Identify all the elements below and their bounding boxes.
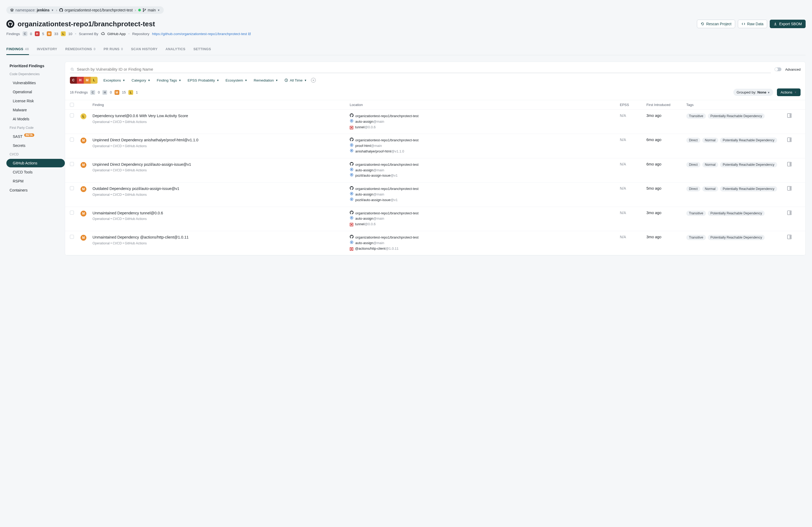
package-box-icon [350,126,353,129]
tab-settings[interactable]: SETTINGS [193,44,211,55]
tab-findings[interactable]: FINDINGS48 [6,44,29,55]
details-panel-icon[interactable] [787,211,792,215]
severity-indicator: M [81,186,86,192]
tab-scan-history[interactable]: SCAN HISTORY [131,44,158,55]
svg-point-10 [351,150,352,151]
sidebar-item-vulnerabilities[interactable]: Vulnerabilities [6,79,65,87]
table-row[interactable]: M Unpinned Direct Dependency anishathaly… [65,134,806,158]
grouped-by-selector[interactable]: Grouped by: None ▼ [733,89,773,96]
details-panel-icon[interactable] [787,114,792,118]
details-panel-icon[interactable] [787,162,792,166]
clear-filters-button[interactable]: ✕ [311,78,316,82]
sidebar-item-containers[interactable]: Containers [6,186,65,194]
epss-value: N/A [620,186,647,191]
row-checkbox[interactable] [70,114,74,117]
location-cell: organizationtest-repo1/branchprotect-tes… [350,186,620,203]
branch-icon [143,8,146,12]
filter-epss[interactable]: EPSS Probability▼ [186,77,221,84]
sidebar-item-ai-models[interactable]: AI Models [6,115,65,123]
svg-point-20 [351,217,352,219]
sidebar-item-github-actions[interactable]: GitHub Actions [6,159,65,167]
severity-chip-critical[interactable]: C [70,77,77,84]
meta-row: Findings C0 H5 M33 L10 • Scanned By GitH… [6,31,806,36]
status-badge-high: H [102,90,107,95]
details-panel-icon[interactable] [787,138,792,142]
details-panel-icon[interactable] [787,186,792,191]
rescan-label: Rescan Project [706,22,731,26]
status-count-low: 1 [136,90,138,94]
raw-data-button[interactable]: Raw Data [738,20,767,28]
row-checkbox[interactable] [70,138,74,141]
breadcrumb-separator: › [56,8,57,12]
finding-title: Unmaintained Dependency tunnel@0.0.6 [92,211,350,216]
breadcrumb-repo[interactable]: organizationtest-repo1/branchprotect-tes… [59,8,133,12]
sidebar-item-operational[interactable]: Operational [6,88,65,96]
tab-pr-runs[interactable]: PR RUNS0 [104,44,123,55]
breadcrumb-branch[interactable]: main ▼ [138,8,160,12]
breadcrumb: namespace: jenkins ▼ › organizationtest-… [6,6,164,14]
row-checkbox[interactable] [70,235,74,239]
table-row[interactable]: L Dependency tunnel@0.0.6 With Very Low … [65,110,806,134]
severity-indicator: M [81,235,86,241]
actions-button[interactable]: Actions▼ [777,88,801,96]
clock-icon [285,78,288,82]
filter-time[interactable]: All Time▼ [282,77,309,84]
status-badge-low: L [128,90,133,95]
severity-chip-medium[interactable]: M [84,77,91,84]
sidebar-item-license-risk[interactable]: License Risk [6,97,65,105]
filter-finding-tags[interactable]: Finding Tags▼ [155,77,184,84]
github-icon [350,211,353,214]
advanced-toggle[interactable] [774,67,781,71]
sidebar-heading-cicd: CI/CD [6,150,65,158]
search-box[interactable] [70,65,771,73]
first-introduced-value: 3mo ago [647,235,686,239]
table-row[interactable]: M Unpinned Direct Dependency pozil/auto-… [65,158,806,182]
filter-exceptions[interactable]: Exceptions▼ [101,77,127,84]
tab-inventory[interactable]: INVENTORY [37,44,57,55]
tag-pill: Normal [702,186,718,192]
tab-remediations[interactable]: REMEDIATIONS0 [65,44,96,55]
github-icon [350,162,353,166]
severity-filter: C H M L [70,77,98,84]
sidebar-item-prioritized[interactable]: Prioritized Findings [6,62,65,70]
table-row[interactable]: M Unmaintained Dependency tunnel@0.0.6 O… [65,207,806,231]
finding-subtype: Operational • CI/CD • GitHub Actions [92,120,350,124]
chevron-down-icon: ▼ [157,9,160,12]
tags-cell: TransitivePotentially Reachable Dependen… [686,211,787,216]
export-sbom-label: Export SBOM [779,22,802,26]
sidebar-item-cicd-tools[interactable]: CI/CD Tools [6,168,65,176]
sidebar-item-rspm[interactable]: RSPM [6,177,65,185]
details-panel-icon[interactable] [787,235,792,239]
location-cell: organizationtest-repo1/branchprotect-tes… [350,162,620,179]
dependency-icon [350,143,353,147]
filter-remediation[interactable]: Remediation▼ [252,77,280,84]
filter-category[interactable]: Category▼ [129,77,153,84]
filter-ecosystem[interactable]: Ecosystem▼ [223,77,250,84]
tags-cell: TransitivePotentially Reachable Dependen… [686,235,787,240]
beta-badge: BETA [24,133,34,137]
breadcrumb-namespace[interactable]: namespace: jenkins ▼ [10,8,54,12]
row-checkbox[interactable] [70,162,74,166]
rescan-button[interactable]: Rescan Project [697,20,735,28]
tag-pill: Potentially Reachable Dependency [708,211,765,216]
search-input[interactable] [77,67,770,72]
svg-point-18 [351,199,352,200]
table-row[interactable]: M Outdated Dependency pozil/auto-assign-… [65,182,806,207]
findings-label: Findings [6,32,20,36]
first-introduced-value: 3mo ago [647,114,686,118]
sidebar-item-malware[interactable]: Malware [6,106,65,114]
row-checkbox[interactable] [70,211,74,215]
tag-pill: Direct [686,138,700,143]
row-checkbox[interactable] [70,186,74,190]
repository-link[interactable]: https://github.com/organizationtest-repo… [152,32,251,36]
dependency-icon [350,149,353,152]
dependency-icon [350,216,353,220]
severity-chip-low[interactable]: L [91,77,98,84]
tab-analytics[interactable]: ANALYTICS [165,44,186,55]
select-all-checkbox[interactable] [70,103,74,107]
sidebar-item-secrets[interactable]: Secrets [6,141,65,150]
sidebar-item-sast[interactable]: SASTBETA [6,132,65,141]
table-row[interactable]: M Unmaintained Dependency @actions/http-… [65,231,806,255]
export-sbom-button[interactable]: Export SBOM [770,20,806,28]
severity-chip-high[interactable]: H [77,77,84,84]
